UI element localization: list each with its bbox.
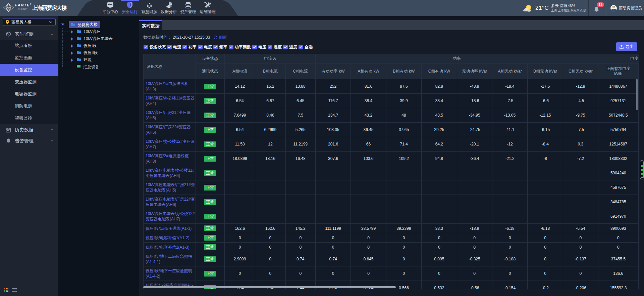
value-cell: 145.2 — [285, 224, 315, 233]
column-header-无功功率 kVar: 无功功率 kVar — [457, 64, 492, 79]
sidebar-item-监控画面[interactable]: 监控画面 — [0, 52, 58, 64]
device-name-link[interactable]: 低压I段/1#低压进线(A1-1) — [144, 224, 196, 233]
value-cell: 64.2 — [422, 137, 457, 152]
device-name-link[interactable]: 10kV高压/2#电源进线柜(AH8) — [144, 152, 196, 166]
device-name-link[interactable]: 10kV高压/厂房21#变压器(AH5) — [144, 108, 196, 123]
value-cell — [563, 166, 598, 180]
user-avatar — [610, 5, 617, 11]
value-cell: -12.8 — [563, 79, 598, 94]
tree-node-环境[interactable]: 环境 — [58, 56, 113, 64]
tab-realtime-data[interactable]: 实时数据 — [139, 20, 162, 30]
column-header-device-name: 设备名称 — [144, 54, 196, 79]
filter-checkbox-设备状态[interactable]: 设备状态 — [144, 44, 166, 50]
column-header-C相有功 kW: C相有功 kW — [422, 64, 457, 79]
filter-checkbox-电流[interactable]: 电流 — [167, 44, 181, 50]
tree-collapse-icon[interactable] — [61, 24, 64, 26]
value-cell: -0.2 — [528, 281, 563, 289]
folder-icon — [76, 57, 81, 62]
tree-node-低压I段[interactable]: 低压I段 — [58, 42, 113, 49]
device-name-link[interactable]: 低压I段/电容补偿2(A1-3) — [144, 243, 196, 252]
grid-dot — [4, 290, 5, 291]
device-name-link[interactable]: 10kV高压电能表/办公楼12#变压器电能表(AH7) — [144, 209, 196, 224]
value-cell: 0 — [285, 243, 315, 252]
device-name-link[interactable]: 10kV高压/办公楼11#变压器(AH4) — [144, 94, 196, 108]
value-cell: 109.2 — [386, 152, 421, 166]
station-select[interactable]: 丽婴房大楼 — [3, 18, 56, 26]
tree-node-汇总设备[interactable]: 汇总设备 — [58, 64, 113, 71]
value-cell: 0.3 — [563, 137, 598, 152]
folder-icon — [71, 23, 75, 27]
device-name-link[interactable]: 10kV高压/1#电源进线柜(AH3) — [144, 79, 196, 94]
value-cell: 18308332 — [598, 152, 638, 166]
decorative-icon — [253, 46, 256, 48]
device-name-link[interactable]: 10kV高压电能表/厂房22#变压器电能表(AH6) — [144, 195, 196, 209]
status-cell: 正常 — [196, 79, 224, 94]
device-name-link[interactable]: 10kV高压/办公楼12#变压器(AH7) — [144, 137, 196, 152]
device-name-link[interactable]: 10kV高压电能表/办公楼11#变压器电能表(AH4) — [144, 166, 196, 180]
vertical-scrollbar[interactable] — [636, 79, 638, 110]
sidebar-item-站点看板[interactable]: 站点看板 — [0, 40, 58, 52]
tree-expand-icon[interactable] — [71, 30, 73, 34]
value-cell: 0.532 — [422, 281, 457, 289]
value-cell: 16.48 — [285, 152, 315, 166]
value-cell — [492, 180, 527, 195]
export-button[interactable]: 导出 — [616, 42, 637, 51]
filter-checkbox-功率因数[interactable]: 功率因数 — [229, 44, 251, 50]
value-cell: 0 — [422, 243, 457, 252]
grid-toggle-icon[interactable] — [4, 288, 8, 292]
filter-checkbox-电压[interactable]: 电压 — [252, 44, 266, 50]
value-cell: 0.74 — [315, 252, 351, 266]
device-name-link[interactable]: 低压I段/电容补偿1(A1-2) — [144, 233, 196, 243]
value-cell: -21.2 — [492, 152, 527, 166]
tree-node-10kV高压电能表[interactable]: 10kV高压电能表 — [58, 35, 113, 42]
sidebar-item-设备监控[interactable]: 设备监控 — [0, 64, 58, 76]
tree-root-node[interactable]: 丽婴房大楼 — [58, 21, 100, 28]
filter-checkbox-频率[interactable]: 频率 — [213, 44, 227, 50]
sidebar-item-电容器监测[interactable]: 电容器监测 — [0, 88, 58, 100]
chevron-up-icon: ▲ — [51, 33, 53, 35]
user-menu[interactable]: 丽婴房管理员 — [610, 0, 642, 16]
notifications-button[interactable]: 11 — [591, 0, 606, 16]
sidebar-group-3[interactable]: 告警管理▼ — [0, 135, 58, 146]
filter-checkbox-功率[interactable]: 功率 — [182, 44, 197, 50]
value-cell: 0 — [315, 243, 351, 252]
filter-checkbox-湿度[interactable]: 湿度 — [268, 44, 282, 50]
device-name-link[interactable]: 低压I段/地下二层应急照明(A1-4-1) — [144, 252, 196, 266]
chevron-down-icon — [49, 21, 52, 23]
list-toggle-icon[interactable] — [12, 288, 17, 292]
horizontal-scrollbar[interactable] — [143, 286, 396, 288]
grid-dot — [4, 291, 5, 292]
status-cell: 正常 — [196, 195, 224, 209]
value-cell: -24.75 — [457, 123, 492, 137]
tree-node-10kV高压[interactable]: 10kV高压 — [58, 28, 113, 35]
sidebar-group-2[interactable]: 历史数据▼ — [0, 124, 58, 135]
device-name-link[interactable]: 10kV高压电能表/厂房21#变压器电能表(AH5) — [144, 180, 196, 195]
device-name-link[interactable]: 低压I段/地下一层应急照明(A1-4-2) — [144, 266, 196, 281]
sidebar-item-变压器监测[interactable]: 变压器监测 — [0, 76, 58, 88]
tree-root-label: 丽婴房大楼 — [77, 22, 98, 28]
sidebar-item-消防电源[interactable]: 消防电源 — [0, 100, 58, 112]
tree-node-低压II段[interactable]: 低压II段 — [58, 49, 113, 56]
battery-level-widget — [640, 160, 644, 179]
table-row: 10kV高压电能表/办公楼11#变压器电能表(AH4)正常5904240 — [144, 166, 639, 180]
value-cell: 0.645 — [351, 252, 386, 266]
tree-expand-icon[interactable] — [71, 37, 73, 41]
filter-checkbox-温度[interactable]: 温度 — [283, 44, 297, 50]
sidebar-item-视频监控[interactable]: 视频监控 — [0, 112, 58, 124]
refresh-button[interactable]: 刷新 — [213, 35, 227, 40]
tree-guide-line — [62, 39, 70, 39]
tree-expand-icon[interactable] — [71, 58, 73, 62]
device-name-link[interactable]: 10kV高压/厂房22#变压器(AH6) — [144, 123, 196, 137]
column-header-C相无功 kVar: C相无功 kVar — [563, 64, 598, 79]
filter-checkbox-全选[interactable]: 全选 — [299, 44, 313, 50]
filter-checkbox-电度[interactable]: 电度 — [198, 44, 212, 50]
header-separator — [588, 0, 589, 16]
sidebar-group-1[interactable]: 实时监测▲ — [0, 29, 58, 40]
tree-expand-icon[interactable] — [71, 44, 73, 48]
value-cell: 0 — [528, 252, 563, 266]
value-cell — [315, 180, 351, 195]
status-badge: 正常 — [204, 127, 216, 133]
tree-expand-icon[interactable] — [71, 51, 73, 55]
checkbox-checked-icon — [182, 45, 187, 49]
value-cell: 103.6 — [351, 152, 386, 166]
